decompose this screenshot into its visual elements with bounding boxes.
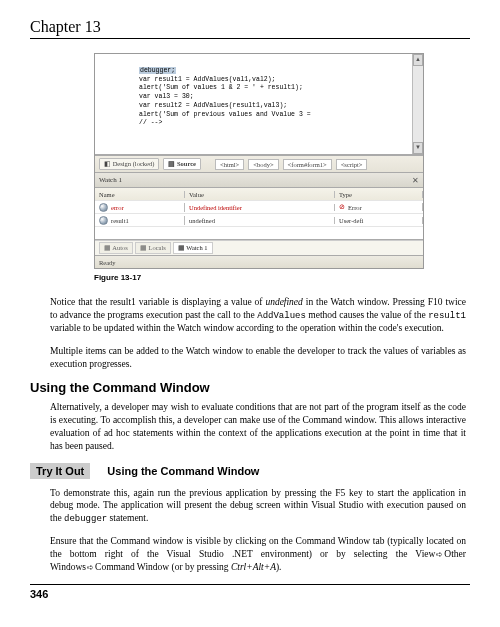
code-editor-pane: debugger; var result1 = AddValues(val1,v… <box>95 54 423 155</box>
scroll-down-icon[interactable]: ▼ <box>413 142 423 154</box>
watch-panel-title: Watch 1 <box>99 176 122 184</box>
tab-watch1[interactable]: ▦ Watch 1 <box>173 242 213 254</box>
code-text: debugger; var result1 = AddValues(val1,v… <box>95 54 423 128</box>
chapter-title: Chapter 13 <box>30 18 470 39</box>
paragraph-ensure-visible: Ensure that the Command window is visibl… <box>30 535 470 573</box>
col-name[interactable]: Name <box>95 191 185 198</box>
close-icon[interactable]: ✕ <box>412 176 419 185</box>
table-row-empty[interactable] <box>95 226 423 239</box>
scroll-up-icon[interactable]: ▲ <box>413 54 423 66</box>
row-icon <box>99 216 108 225</box>
try-it-out-title: Using the Command Window <box>93 465 259 477</box>
tab-locals[interactable]: ▦ Locals <box>135 242 171 254</box>
table-row[interactable]: error Undefined identifier ⊘ Error <box>95 200 423 213</box>
watch-table: Name Value Type error Undefined identifi… <box>95 188 423 240</box>
tab-autos[interactable]: ▦ Autos <box>99 242 133 254</box>
status-bar: Ready <box>95 255 423 268</box>
breadcrumb-html[interactable]: <html> <box>215 159 244 170</box>
bottom-tabs: ▦ Autos ▦ Locals ▦ Watch 1 <box>95 240 423 255</box>
row-icon <box>99 203 108 212</box>
watch-table-header: Name Value Type <box>95 188 423 200</box>
paragraph-multiple-items: Multiple items can be added to the Watch… <box>30 345 470 371</box>
paragraph-watch-undefined: Notice that the result1 variable is disp… <box>30 296 470 335</box>
col-type[interactable]: Type <box>335 191 423 198</box>
paragraph-command-intro: Alternatively, a developer may wish to e… <box>30 401 470 452</box>
page-number: 346 <box>30 584 470 600</box>
breadcrumb-form[interactable]: <form#form1> <box>283 159 332 170</box>
paragraph-demonstrate: To demonstrate this, again run the previ… <box>30 487 470 526</box>
figure-caption: Figure 13-17 <box>94 273 470 282</box>
col-value[interactable]: Value <box>185 191 335 198</box>
editor-tabs-row: ◧ Design (locked) ▤ Source <html> <body>… <box>95 155 423 173</box>
table-row[interactable]: result1 undefined User-defi <box>95 213 423 226</box>
try-it-out-box: Try It Out Using the Command Window <box>30 463 470 479</box>
section-heading-command-window: Using the Command Window <box>30 380 470 395</box>
ide-screenshot: debugger; var result1 = AddValues(val1,v… <box>94 53 424 269</box>
vertical-scrollbar[interactable]: ▲ ▼ <box>412 54 423 154</box>
try-it-out-label: Try It Out <box>30 463 90 479</box>
breadcrumb-script[interactable]: <script> <box>336 159 368 170</box>
tab-design[interactable]: ◧ Design (locked) <box>99 158 159 170</box>
watch-panel-header: Watch 1 ✕ <box>95 173 423 188</box>
breadcrumb-body[interactable]: <body> <box>248 159 278 170</box>
menu-separator-icon: ➪ <box>435 550 444 559</box>
menu-separator-icon: ➪ <box>86 563 95 572</box>
tab-source[interactable]: ▤ Source <box>163 158 201 170</box>
